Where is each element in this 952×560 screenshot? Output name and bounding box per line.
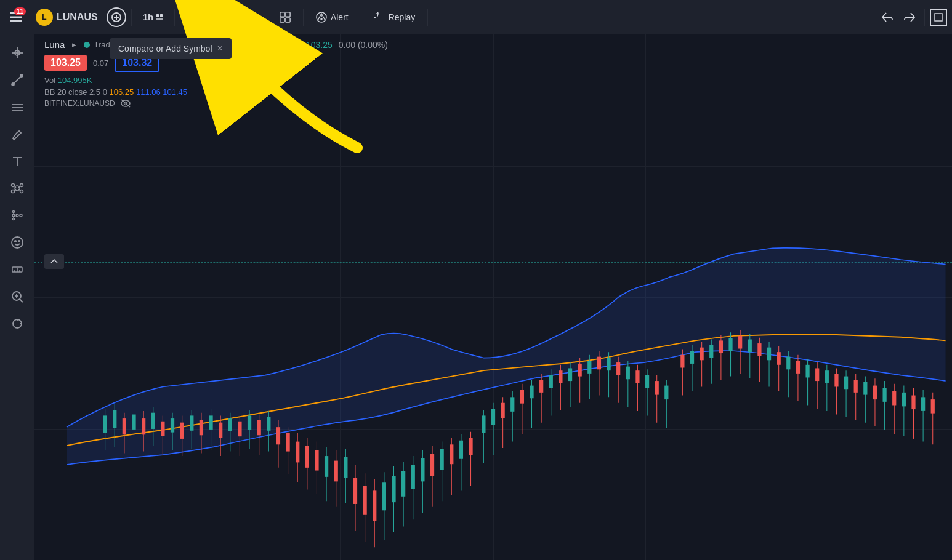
price-change-value: 0.07 — [93, 58, 108, 68]
svg-rect-118 — [344, 457, 347, 478]
svg-rect-230 — [892, 391, 896, 406]
svg-rect-238 — [931, 399, 935, 414]
chart-svg — [34, 34, 952, 560]
svg-rect-88 — [200, 420, 203, 435]
svg-rect-198 — [738, 336, 742, 349]
menu-button[interactable]: 11 — [5, 6, 27, 28]
svg-point-42 — [16, 214, 18, 217]
symbol-name: LUNAUS — [57, 12, 98, 23]
svg-line-56 — [20, 300, 23, 303]
svg-rect-180 — [645, 375, 649, 388]
svg-rect-150 — [501, 403, 505, 418]
undo-button[interactable] — [877, 7, 897, 27]
svg-point-24 — [12, 83, 14, 86]
svg-rect-76 — [142, 418, 145, 434]
symbol-button[interactable]: L LUNAUS — [30, 6, 104, 28]
fullscreen-button[interactable] — [930, 9, 947, 26]
svg-rect-208 — [786, 357, 790, 370]
svg-rect-200 — [748, 340, 752, 353]
svg-rect-70 — [113, 410, 116, 428]
svg-rect-158 — [539, 380, 543, 393]
separator-5 — [361, 9, 361, 26]
svg-rect-124 — [373, 490, 376, 521]
indicators-button[interactable]: Indicators — [180, 8, 262, 26]
svg-rect-188 — [690, 351, 694, 364]
tooltip-close[interactable]: × — [217, 43, 223, 54]
svg-rect-94 — [228, 418, 232, 431]
svg-rect-184 — [664, 386, 668, 400]
svg-rect-152 — [510, 397, 514, 411]
chart-area[interactable]: Luna ▸ Trading View O 103.25 H 103.89 L … — [34, 34, 952, 560]
svg-rect-160 — [549, 375, 553, 388]
svg-rect-176 — [626, 367, 630, 380]
svg-rect-162 — [559, 370, 562, 383]
svg-rect-100 — [257, 420, 261, 435]
svg-rect-120 — [353, 478, 357, 504]
svg-rect-110 — [305, 446, 309, 468]
svg-rect-86 — [190, 415, 193, 430]
separator-4 — [303, 9, 304, 26]
svg-point-45 — [12, 218, 14, 220]
svg-rect-178 — [635, 370, 639, 383]
layout-button[interactable] — [272, 8, 298, 26]
exchange-row: BITFINEX:LUNAUSD — [44, 99, 942, 108]
sidebar-tool-ruler[interactable] — [6, 258, 28, 281]
svg-rect-214 — [815, 368, 819, 381]
sidebar-tool-horizontal[interactable] — [6, 96, 28, 118]
redo-button[interactable] — [900, 7, 919, 27]
svg-rect-190 — [700, 348, 704, 361]
tooltip-text: Compare or Add Symbol — [118, 44, 212, 54]
svg-rect-206 — [777, 352, 781, 365]
sidebar-tool-pen[interactable] — [6, 123, 28, 145]
svg-rect-226 — [873, 386, 877, 400]
sidebar-tool-node[interactable] — [6, 177, 28, 199]
svg-rect-166 — [578, 364, 582, 377]
svg-line-23 — [13, 76, 22, 84]
svg-rect-216 — [825, 370, 829, 383]
tooltip-popup: Compare or Add Symbol × — [110, 38, 232, 59]
alert-button[interactable]: Alert — [309, 8, 356, 26]
svg-rect-170 — [597, 357, 601, 370]
svg-rect-68 — [103, 415, 107, 433]
svg-rect-84 — [180, 423, 184, 439]
svg-rect-220 — [844, 377, 848, 390]
svg-rect-132 — [411, 465, 415, 489]
svg-point-48 — [12, 237, 23, 248]
timeframe-button[interactable]: 1h — [137, 9, 170, 25]
svg-rect-6 — [156, 14, 159, 17]
svg-marker-10 — [243, 14, 254, 20]
svg-rect-154 — [520, 390, 524, 404]
sidebar-tool-crosshair[interactable] — [6, 42, 28, 64]
sidebar-tool-projection[interactable] — [6, 204, 28, 226]
svg-rect-142 — [459, 441, 463, 459]
svg-rect-112 — [315, 450, 318, 471]
svg-rect-236 — [921, 397, 925, 411]
svg-rect-168 — [587, 361, 591, 374]
sidebar-tool-lock[interactable] — [6, 313, 28, 335]
svg-rect-122 — [363, 486, 366, 515]
sidebar-tool-line[interactable] — [6, 69, 28, 91]
svg-rect-164 — [568, 368, 572, 381]
svg-line-29 — [19, 131, 21, 133]
replay-button[interactable]: Replay — [366, 8, 423, 26]
sidebar-tool-zoom[interactable] — [6, 286, 28, 308]
svg-point-25 — [20, 74, 23, 77]
svg-rect-78 — [151, 413, 155, 429]
svg-rect-1 — [10, 16, 22, 18]
sidebar-tool-text[interactable] — [6, 150, 28, 172]
svg-rect-106 — [286, 433, 289, 452]
svg-rect-14 — [286, 17, 290, 22]
separator-6 — [427, 9, 428, 26]
add-symbol-button[interactable] — [107, 7, 126, 27]
svg-rect-222 — [854, 380, 858, 393]
separator-1 — [131, 9, 132, 26]
svg-rect-234 — [911, 396, 915, 410]
toolbar: 11 L LUNAUS 1h Indicators — [0, 0, 952, 34]
tv-dot — [84, 42, 90, 48]
svg-rect-138 — [440, 449, 444, 470]
svg-rect-114 — [325, 456, 328, 477]
sidebar-tool-emoji[interactable] — [6, 231, 28, 254]
svg-rect-108 — [296, 442, 299, 463]
svg-point-44 — [12, 211, 14, 213]
svg-rect-172 — [607, 358, 610, 371]
